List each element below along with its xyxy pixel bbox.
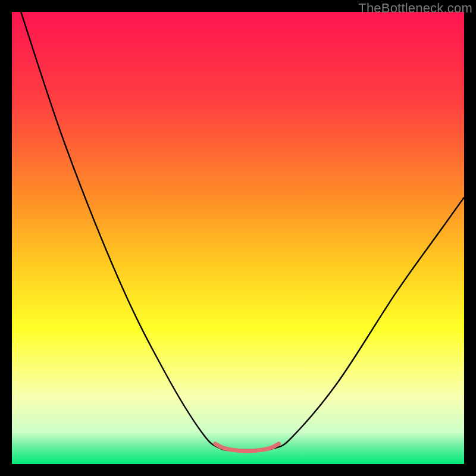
watermark-text: TheBottleneck.com: [358, 1, 472, 16]
gradient-background: [12, 12, 464, 464]
bottleneck-chart: [12, 12, 464, 464]
chart-frame: TheBottleneck.com: [0, 0, 476, 476]
